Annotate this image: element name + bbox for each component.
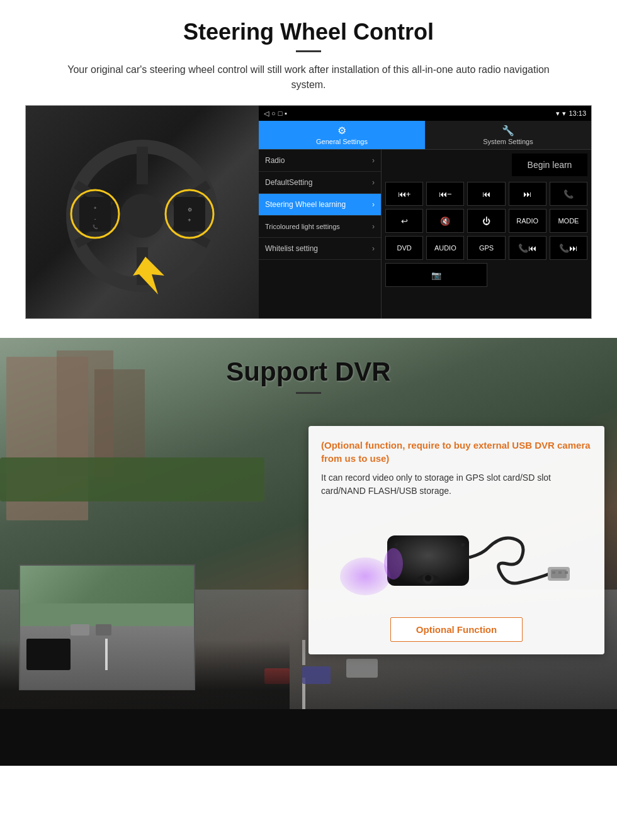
dvr-section: Support DVR (Optional function, require …: [0, 338, 617, 766]
begin-learn-button[interactable]: Begin learn: [512, 154, 587, 176]
gps-btn[interactable]: GPS: [467, 236, 505, 260]
steering-section: Steering Wheel Control Your original car…: [0, 0, 617, 332]
nav-back-icon: ◁: [264, 109, 269, 118]
chevron-right-icon3: ›: [372, 200, 375, 209]
audio-btn[interactable]: AUDIO: [426, 236, 464, 260]
svg-text:⚙: ⚙: [188, 207, 192, 213]
dvr-title-overlay: Support DVR: [0, 338, 617, 400]
wifi-icon: ▾: [562, 109, 566, 118]
steering-description: Your original car's steering wheel contr…: [57, 62, 560, 92]
menu-steering-label: Steering Wheel learning: [265, 200, 346, 209]
menu-item-default-setting[interactable]: DefaultSetting ›: [259, 172, 381, 194]
tab-general-label: General Settings: [316, 138, 368, 145]
menu-tricoloured-label: Tricoloured light settings: [265, 223, 340, 230]
vol-down-btn[interactable]: ⏮−: [426, 182, 464, 206]
tab-general-settings[interactable]: ⚙ General Settings: [259, 121, 425, 149]
dvr-divider: [296, 392, 321, 394]
android-ui-panel: ◁ ○ □ ▪ ▾ ▾ 13:13 ⚙ General Settings 🔧 S…: [259, 106, 591, 318]
steering-wheel-photo: + - 📞 ⚙ +: [26, 106, 259, 319]
svg-rect-28: [558, 571, 562, 574]
vol-up-btn[interactable]: ⏮+: [385, 182, 423, 206]
status-time: 13:13: [569, 109, 586, 117]
svg-rect-12: [174, 197, 205, 232]
optional-function-button[interactable]: Optional Function: [390, 617, 523, 642]
chevron-right-icon4: ›: [372, 222, 375, 231]
svg-rect-29: [565, 571, 568, 574]
menu-item-steering-wheel[interactable]: Steering Wheel learning ›: [259, 194, 381, 216]
menu-item-whitelist[interactable]: Whitelist setting ›: [259, 238, 381, 260]
mode-btn[interactable]: MODE: [550, 209, 587, 233]
nav-square-icon: □: [278, 109, 283, 117]
tab-system-settings[interactable]: 🔧 System Settings: [425, 121, 591, 149]
dvr-description: It can record video only to storage in G…: [321, 471, 592, 498]
signal-icon: ▾: [556, 109, 560, 118]
nav-menu-icon: ▪: [285, 109, 287, 117]
system-icon: 🔧: [502, 125, 514, 137]
svg-text:📞: 📞: [93, 224, 98, 230]
dvr-camera-illustration: [321, 507, 592, 608]
control-row-2: ↩ 🔇 ⏻ RADIO MODE: [385, 209, 587, 233]
dvd-btn[interactable]: DVD: [385, 236, 423, 260]
dvr-title: Support DVR: [0, 357, 617, 387]
menu-item-radio[interactable]: Radio ›: [259, 150, 381, 172]
svg-text:-: -: [94, 216, 96, 221]
dvr-info-card: (Optional function, require to buy exter…: [308, 426, 604, 654]
tab-system-label: System Settings: [483, 138, 533, 145]
dvr-optional-text: (Optional function, require to buy exter…: [321, 439, 592, 465]
control-row-1: ⏮+ ⏮− ⏮ ⏭ 📞: [385, 182, 587, 206]
call-btn[interactable]: 📞: [550, 182, 587, 206]
next-btn[interactable]: ⏭: [509, 182, 546, 206]
power-btn[interactable]: ⏻: [467, 209, 505, 233]
menu-item-tricoloured[interactable]: Tricoloured light settings ›: [259, 216, 381, 238]
chevron-right-icon2: ›: [372, 178, 375, 187]
chevron-right-icon5: ›: [372, 244, 375, 253]
svg-point-21: [425, 575, 431, 581]
control-row-4: 📷: [385, 263, 587, 287]
steering-title: Steering Wheel Control: [25, 19, 592, 45]
svg-point-22: [395, 543, 399, 547]
mute-btn[interactable]: 🔇: [426, 209, 464, 233]
svg-point-23: [461, 543, 465, 547]
settings-menu-list: Radio › DefaultSetting › Steering Wheel …: [259, 150, 382, 318]
menu-default-label: DefaultSetting: [265, 178, 312, 187]
prev-btn[interactable]: ⏮: [467, 182, 505, 206]
camera-btn[interactable]: 📷: [385, 263, 487, 287]
title-divider: [296, 50, 321, 52]
steering-wheel-svg: + - 📞 ⚙ +: [42, 118, 243, 307]
gear-icon: ⚙: [337, 125, 346, 137]
status-bar: ◁ ○ □ ▪ ▾ ▾ 13:13: [259, 106, 591, 121]
control-panel: Begin learn ⏮+ ⏮− ⏮ ⏭ 📞 ↩ 🔇 ⏻: [382, 150, 591, 318]
dvr-preview-thumbnail: [19, 564, 195, 690]
radio-btn[interactable]: RADIO: [509, 209, 546, 233]
svg-point-7: [120, 194, 164, 238]
ui-composite: + - 📞 ⚙ + ◁ ○ □ ▪: [25, 105, 592, 319]
settings-content: Radio › DefaultSetting › Steering Wheel …: [259, 150, 591, 318]
svg-text:+: +: [94, 205, 97, 211]
settings-tabs: ⚙ General Settings 🔧 System Settings: [259, 121, 591, 150]
control-row-3: DVD AUDIO GPS 📞⏮ 📞⏭: [385, 236, 587, 260]
call-prev-btn[interactable]: 📞⏮: [509, 236, 546, 260]
dvr-background: Support DVR (Optional function, require …: [0, 338, 617, 766]
chevron-right-icon: ›: [372, 156, 375, 165]
menu-radio-label: Radio: [265, 156, 285, 165]
menu-whitelist-label: Whitelist setting: [265, 244, 318, 253]
svg-text:+: +: [188, 217, 191, 223]
hangup-btn[interactable]: ↩: [385, 209, 423, 233]
nav-home-icon: ○: [271, 109, 276, 117]
svg-rect-27: [552, 571, 555, 574]
call-next-btn[interactable]: 📞⏭: [550, 236, 587, 260]
